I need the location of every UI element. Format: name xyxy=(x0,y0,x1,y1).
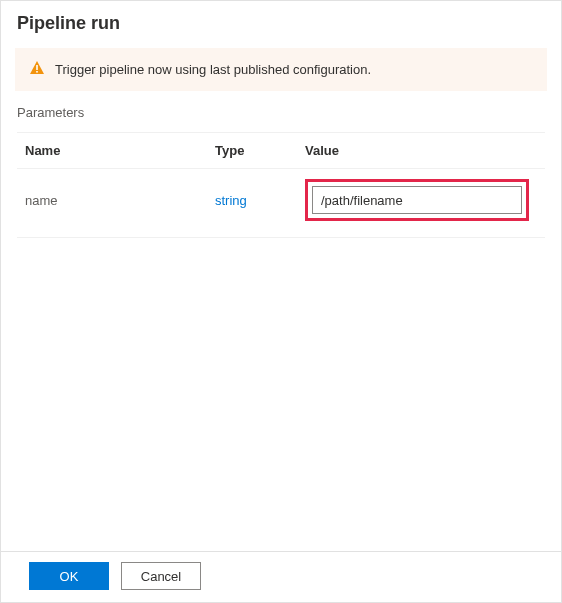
panel-footer: OK Cancel xyxy=(1,551,561,602)
alert-text: Trigger pipeline now using last publishe… xyxy=(55,62,371,77)
parameters-table: Name Type Value name string xyxy=(1,132,561,551)
cancel-button[interactable]: Cancel xyxy=(121,562,201,590)
parameters-header-row: Name Type Value xyxy=(17,132,545,169)
param-type-cell: string xyxy=(215,193,305,208)
svg-rect-0 xyxy=(36,65,38,70)
table-row: name string xyxy=(17,169,545,238)
param-name-cell: name xyxy=(25,193,215,208)
parameters-section-label: Parameters xyxy=(1,105,561,120)
panel-header: Pipeline run xyxy=(1,1,561,40)
warning-icon xyxy=(29,60,45,79)
pipeline-run-panel: Pipeline run Trigger pipeline now using … xyxy=(0,0,562,603)
param-value-input[interactable] xyxy=(312,186,522,214)
svg-rect-1 xyxy=(36,71,38,73)
panel-title: Pipeline run xyxy=(17,13,545,34)
param-type-text: string xyxy=(215,193,247,208)
column-header-type: Type xyxy=(215,143,305,158)
column-header-value: Value xyxy=(305,143,537,158)
value-highlight-box xyxy=(305,179,529,221)
param-value-cell xyxy=(305,179,537,221)
column-header-name: Name xyxy=(25,143,215,158)
param-name-text: name xyxy=(25,193,58,208)
ok-button[interactable]: OK xyxy=(29,562,109,590)
trigger-alert: Trigger pipeline now using last publishe… xyxy=(15,48,547,91)
